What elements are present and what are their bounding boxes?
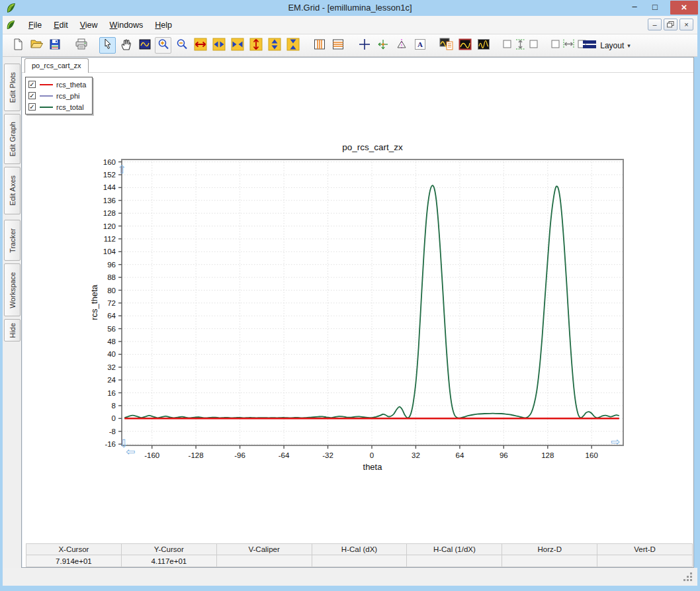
select-pointer-button[interactable] (99, 37, 116, 54)
legend-checkbox-rcs_phi[interactable]: ✓ (28, 92, 36, 99)
close-button[interactable]: × (670, 1, 698, 15)
expand-x-blue-button[interactable] (210, 37, 227, 54)
mdi-minimize-button[interactable]: – (648, 19, 662, 30)
series-rcs_total (124, 185, 619, 418)
shrink-x-blue-button[interactable] (229, 37, 245, 54)
toolbar: ALayout▾ (3, 34, 697, 57)
status-value-2 (217, 555, 312, 567)
sidebar-tab-edit-axes[interactable]: Edit Axes (4, 167, 21, 214)
status-col-y-cursor: Y-Cursor (122, 543, 217, 555)
menu-help[interactable]: Help (149, 19, 178, 32)
print-icon (75, 38, 88, 54)
svg-text:-16: -16 (105, 440, 116, 448)
save-file-button[interactable] (46, 37, 63, 54)
legend-label: rcs_phi (56, 92, 79, 100)
svg-text:-96: -96 (234, 451, 245, 459)
maximize-button[interactable]: □ (646, 0, 664, 15)
wave-red-frame-button[interactable] (457, 37, 473, 54)
print-button[interactable] (73, 37, 89, 54)
status-col-h-cal-1-dx-: H-Cal (1/dX) (407, 543, 502, 555)
toolbar-group (438, 37, 494, 54)
menu-edit[interactable]: Edit (48, 19, 74, 32)
svg-text:32: 32 (107, 363, 116, 371)
minimize-button[interactable]: – (626, 0, 643, 15)
mdi-restore-button[interactable] (664, 19, 678, 30)
zoom-out-button[interactable] (173, 37, 190, 54)
toolbar-group (311, 37, 348, 54)
plot-legend: ✓rcs_theta✓rcs_phi✓rcs_total (25, 77, 93, 114)
svg-text:104: 104 (103, 248, 116, 255)
plot-canvas[interactable]: -16-808162432404856647280889610411212012… (22, 73, 695, 543)
expand-y-blue-button[interactable] (266, 37, 283, 54)
toolbar-group (99, 37, 303, 54)
distribute-v-button[interactable] (502, 37, 540, 54)
wave-double-button[interactable] (475, 37, 492, 54)
shrink-y-blue-button[interactable] (284, 37, 301, 54)
stripes-h-button[interactable] (329, 37, 346, 54)
caliper-button[interactable] (393, 37, 410, 54)
tracker-button[interactable] (374, 37, 391, 54)
expand-y-red-icon (249, 38, 263, 54)
legend-checkbox-rcs_total[interactable]: ✓ (28, 103, 36, 111)
svg-text:160: 160 (586, 451, 598, 459)
zoom-plot-button[interactable] (136, 37, 153, 54)
expand-x-blue-icon (212, 38, 226, 54)
status-col-x-cursor: X-Cursor (26, 543, 122, 555)
menu-view[interactable]: View (74, 19, 104, 32)
zoom-in-button[interactable] (155, 37, 171, 54)
legend-checkbox-rcs_theta[interactable]: ✓ (28, 81, 36, 88)
graph-document-window: po_rcs_cart_zx ✓rcs_theta✓rcs_phi✓rcs_to… (21, 57, 694, 568)
svg-text:24: 24 (107, 376, 116, 384)
caliper-icon (395, 38, 408, 54)
distribute-h-icon (551, 38, 587, 54)
status-value-0: 7.914e+01 (26, 555, 122, 567)
svg-text:128: 128 (103, 209, 116, 217)
svg-text:-32: -32 (322, 451, 333, 459)
sidebar-tab-label: Tracker (9, 228, 17, 253)
open-file-button[interactable] (28, 37, 44, 54)
svg-text:128: 128 (541, 451, 554, 459)
sidebar-tab-workspace[interactable]: Workspace (4, 263, 21, 316)
svg-text:-128: -128 (189, 451, 204, 459)
distribute-v-icon (503, 38, 539, 54)
sidebar-tab-label: Edit Graph (9, 122, 17, 157)
title-bar: EM.Grid - [emillumina_lesson1c] – □ × (0, 0, 700, 16)
save-file-icon (48, 38, 62, 54)
expand-y-red-button[interactable] (247, 37, 264, 54)
text-note-button[interactable]: A (412, 37, 428, 54)
status-value-1: 4.117e+01 (122, 555, 217, 567)
window-status-strip (3, 568, 697, 586)
svg-text:96: 96 (500, 451, 508, 459)
zoom-in-icon (157, 38, 170, 54)
svg-text:48: 48 (107, 338, 116, 345)
layout-button[interactable]: Layout▾ (598, 37, 615, 54)
resize-grip[interactable] (683, 572, 693, 582)
svg-text:-160: -160 (144, 451, 159, 459)
sidebar-tab-edit-plots[interactable]: Edit Plots (4, 64, 21, 111)
toolbar-group (9, 37, 65, 54)
zoom-out-icon (175, 38, 189, 54)
stripes-v-button[interactable] (311, 37, 328, 54)
sidebar-tab-edit-graph[interactable]: Edit Graph (4, 114, 21, 164)
status-col-horz-d: Horz-D (502, 543, 597, 555)
svg-text:0: 0 (370, 451, 374, 459)
tracker-icon (376, 38, 390, 54)
x-axis-left-handle-icon: ⇦ (126, 445, 135, 458)
svg-text:64: 64 (456, 451, 464, 459)
mdi-close-button[interactable]: × (679, 19, 693, 30)
sidebar-tab-tracker[interactable]: Tracker (4, 220, 21, 261)
cross-cursor-button[interactable] (356, 37, 372, 54)
status-value-3 (312, 555, 408, 567)
expand-x-red-button[interactable] (192, 37, 208, 54)
new-file-button[interactable] (9, 37, 26, 54)
pan-hand-button[interactable] (118, 37, 134, 54)
svg-text:88: 88 (107, 273, 116, 281)
wave-double-icon (477, 38, 490, 54)
y-axis-label: rcs_theta (89, 284, 99, 320)
wave-report-icon (439, 38, 454, 54)
menu-file[interactable]: File (22, 19, 48, 32)
sidebar-tab-hide[interactable]: Hide (4, 319, 21, 341)
wave-report-button[interactable] (438, 37, 455, 54)
menu-windows[interactable]: Windows (104, 19, 150, 32)
document-tab[interactable]: po_rcs_cart_zx (24, 58, 89, 73)
